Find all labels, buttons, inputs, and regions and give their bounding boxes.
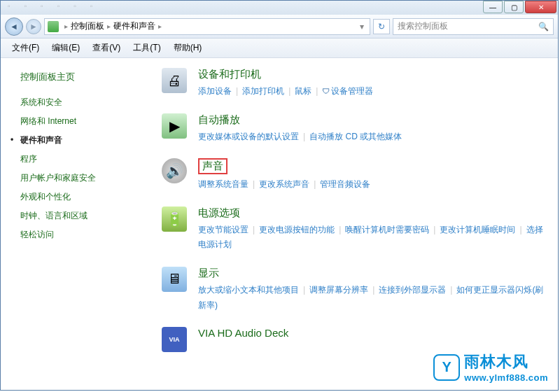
autoplay-icon: ▶: [162, 113, 187, 139]
category: 🔊声音调整系统音量|更改系统声音|管理音频设备: [162, 158, 544, 192]
sidebar-item[interactable]: 用户帐户和家庭安全: [20, 169, 148, 188]
minimize-button[interactable]: —: [483, 1, 503, 13]
breadcrumb-item[interactable]: 控制面板: [71, 20, 104, 32]
printer-icon: 🖨: [162, 68, 187, 93]
category-title[interactable]: VIA HD Audio Deck: [198, 327, 288, 339]
category-link[interactable]: 自动播放 CD 或其他媒体: [309, 132, 402, 141]
category-link[interactable]: 设备管理器: [331, 86, 373, 96]
watermark-url: www.ylmf888.com: [464, 372, 548, 383]
search-icon[interactable]: 🔍: [538, 22, 549, 31]
breadcrumb-sep: ▸: [64, 22, 68, 30]
category-link[interactable]: 更改媒体或设备的默认设置: [198, 132, 299, 141]
close-button[interactable]: ✕: [525, 1, 556, 13]
shield-icon: 🛡: [322, 87, 330, 95]
sidebar-item[interactable]: 外观和个性化: [20, 188, 148, 206]
sidebar-item[interactable]: 硬件和声音: [20, 131, 148, 150]
breadcrumb-dropdown[interactable]: ▾: [357, 22, 367, 31]
category-title[interactable]: 声音: [198, 158, 544, 177]
menu-help[interactable]: 帮助(H): [168, 39, 208, 57]
category-link[interactable]: 更改系统声音: [259, 179, 309, 189]
category: 🖨设备和打印机添加设备|添加打印机|鼠标|🛡设备管理器: [162, 68, 544, 99]
main-panel: 🖨设备和打印机添加设备|添加打印机|鼠标|🛡设备管理器▶自动播放更改媒体或设备的…: [148, 58, 558, 390]
link-separator: |: [303, 285, 305, 295]
breadcrumb-sep: ▸: [107, 22, 111, 30]
sidebar-item[interactable]: 时钟、语言和区域: [20, 206, 148, 225]
titlebar: ▫▫▫▫▫▫ — ▢ ✕: [1, 1, 558, 15]
sidebar-item[interactable]: 轻松访问: [20, 225, 148, 244]
taskbar-ghost: ▫▫▫▫▫▫: [8, 2, 92, 10]
link-separator: |: [519, 225, 522, 234]
category-title[interactable]: 电源选项: [198, 206, 240, 220]
category-title[interactable]: 显示: [198, 267, 219, 280]
sidebar-item[interactable]: 网络和 Internet: [20, 112, 148, 131]
navbar: ◄ ► ▸ 控制面板 ▸ 硬件和声音 ▸ ▾ ↻ 搜索控制面板 🔍: [1, 15, 558, 38]
breadcrumb-item[interactable]: 硬件和声音: [113, 20, 155, 32]
watermark-title: 雨林木风: [464, 351, 548, 372]
forward-button[interactable]: ►: [26, 19, 41, 34]
breadcrumb[interactable]: ▸ 控制面板 ▸ 硬件和声音 ▸ ▾: [44, 18, 370, 35]
display-icon: 🖥: [162, 267, 187, 292]
control-panel-icon: [48, 21, 59, 32]
link-separator: |: [253, 225, 255, 234]
category-link[interactable]: 鼠标: [295, 86, 312, 96]
category-link[interactable]: 添加打印机: [242, 86, 284, 96]
watermark-icon: Y: [433, 354, 460, 381]
menubar: 文件(F) 编辑(E) 查看(V) 工具(T) 帮助(H): [1, 38, 558, 58]
category: 🖥显示放大或缩小文本和其他项目|调整屏幕分辨率|连接到外部显示器|如何更正显示器…: [162, 267, 544, 313]
sound-icon: 🔊: [162, 158, 187, 183]
sidebar-header[interactable]: 控制面板主页: [20, 71, 148, 83]
search-input[interactable]: 搜索控制面板 🔍: [393, 18, 554, 35]
category-title[interactable]: 自动播放: [198, 113, 240, 127]
breadcrumb-sep: ▸: [158, 22, 162, 30]
sidebar: 控制面板主页 系统和安全网络和 Internet硬件和声音程序用户帐户和家庭安全…: [1, 58, 148, 390]
link-separator: |: [303, 132, 305, 141]
power-icon: 🔋: [162, 206, 187, 232]
category-link[interactable]: 更改电源按钮的功能: [259, 225, 335, 234]
refresh-button[interactable]: ↻: [373, 19, 390, 34]
menu-edit[interactable]: 编辑(E): [46, 39, 85, 57]
category: 🔋电源选项更改节能设置|更改电源按钮的功能|唤醒计算机时需要密码|更改计算机睡眠…: [162, 206, 544, 253]
category-link[interactable]: 更改节能设置: [198, 225, 248, 234]
search-placeholder: 搜索控制面板: [398, 20, 448, 32]
category-link[interactable]: 调整屏幕分辨率: [309, 285, 368, 295]
category-link[interactable]: 添加设备: [198, 86, 232, 96]
menu-tools[interactable]: 工具(T): [127, 39, 166, 57]
category-link[interactable]: 更改计算机睡眠时间: [440, 225, 515, 234]
maximize-button[interactable]: ▢: [504, 1, 524, 13]
back-button[interactable]: ◄: [5, 18, 23, 36]
link-separator: |: [288, 86, 290, 96]
category-link[interactable]: 连接到外部显示器: [379, 285, 446, 295]
link-separator: |: [339, 225, 341, 234]
link-separator: |: [253, 179, 255, 189]
link-separator: |: [236, 86, 238, 96]
link-separator: |: [314, 179, 316, 189]
via-icon: VIA: [162, 327, 187, 352]
link-separator: |: [433, 225, 435, 234]
category-link[interactable]: 调整系统音量: [198, 179, 248, 189]
category: ▶自动播放更改媒体或设备的默认设置|自动播放 CD 或其他媒体: [162, 113, 544, 145]
category-title[interactable]: 设备和打印机: [198, 68, 261, 81]
menu-view[interactable]: 查看(V): [87, 39, 126, 57]
menu-file[interactable]: 文件(F): [6, 39, 45, 57]
category-link[interactable]: 放大或缩小文本和其他项目: [198, 285, 299, 295]
sidebar-item[interactable]: 系统和安全: [20, 93, 148, 112]
category: VIAVIA HD Audio Deck: [162, 327, 544, 352]
link-separator: |: [316, 86, 318, 96]
sidebar-item[interactable]: 程序: [20, 150, 148, 169]
category-link[interactable]: 唤醒计算机时需要密码: [345, 225, 429, 234]
watermark: Y 雨林木风 www.ylmf888.com: [433, 351, 548, 383]
link-separator: |: [450, 285, 452, 295]
category-link[interactable]: 管理音频设备: [320, 179, 370, 189]
link-separator: |: [372, 285, 374, 295]
